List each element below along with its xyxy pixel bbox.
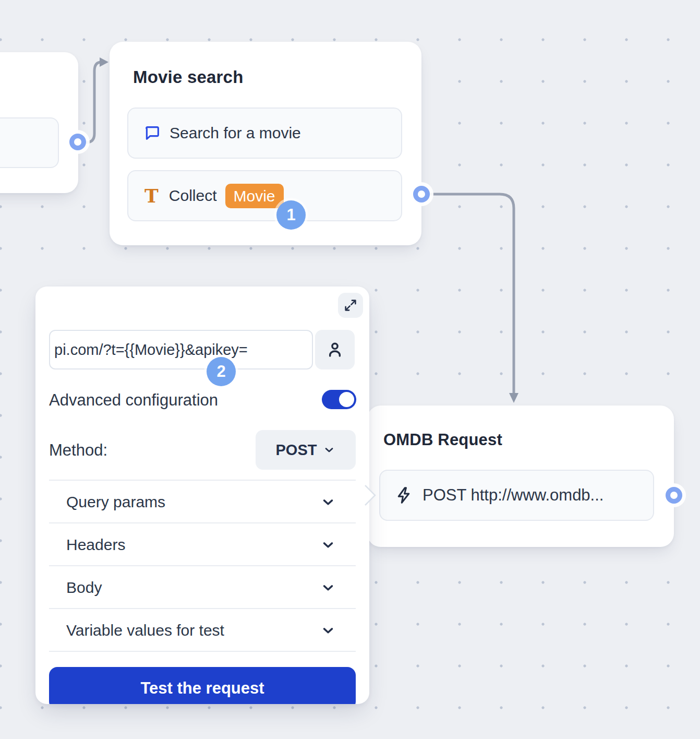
output-port[interactable] — [69, 134, 86, 150]
expand-diagonal-icon — [343, 298, 358, 313]
partial-node[interactable] — [0, 52, 78, 193]
toggle-knob — [339, 392, 354, 407]
url-input-value: pi.com/?t={{Movie}}&apikey= — [54, 341, 248, 358]
input-port-notch[interactable] — [364, 484, 378, 507]
advanced-configuration-toggle[interactable] — [322, 390, 356, 409]
url-input[interactable]: pi.com/?t={{Movie}}&apikey= — [49, 330, 313, 370]
output-port[interactable] — [666, 487, 682, 504]
output-port[interactable] — [413, 186, 430, 202]
omdb-request-node[interactable]: OMDB Request POST http://www.omdb... — [367, 406, 674, 547]
step-badge-1: 1 — [276, 200, 306, 230]
collect-block[interactable]: T Collect Movie — [127, 170, 402, 221]
chevron-down-icon — [320, 494, 336, 510]
message-block-label: Search for a movie — [170, 124, 301, 142]
section-headers[interactable]: Headers — [49, 523, 356, 566]
section-query-params[interactable]: Query params — [49, 481, 356, 523]
message-block[interactable]: Search for a movie — [127, 108, 402, 159]
chevron-down-icon — [320, 623, 336, 638]
section-body[interactable]: Body — [49, 566, 356, 609]
node-title: OMDB Request — [383, 431, 502, 449]
section-label: Query params — [66, 493, 165, 511]
lightning-icon — [394, 486, 413, 505]
collect-block-label: Collect — [169, 187, 217, 205]
chat-bubble-icon — [143, 124, 161, 142]
step-badge-2: 2 — [207, 357, 236, 386]
chevron-down-icon — [320, 537, 336, 553]
method-label: Method: — [49, 441, 107, 460]
movie-search-node[interactable]: Movie search Search for a movie T Collec… — [110, 42, 421, 245]
section-variable-values[interactable]: Variable values for test — [49, 609, 356, 652]
partial-node-block[interactable] — [0, 117, 59, 168]
test-request-button-label: Test the request — [140, 679, 264, 698]
section-label: Body — [66, 579, 102, 597]
node-title: Movie search — [133, 67, 244, 87]
webhook-config-panel: pi.com/?t={{Movie}}&apikey= Advanced con… — [35, 287, 369, 704]
chevron-down-icon — [320, 580, 336, 595]
method-select[interactable]: POST — [256, 430, 356, 470]
section-label: Headers — [66, 536, 125, 554]
test-request-button[interactable]: Test the request — [49, 667, 356, 704]
webhook-block[interactable]: POST http://www.omdb... — [379, 470, 654, 521]
variable-chip[interactable]: Movie — [225, 184, 284, 208]
text-input-icon: T — [144, 186, 159, 205]
person-icon — [325, 340, 344, 359]
person-button[interactable] — [315, 330, 355, 370]
advanced-configuration-label: Advanced configuration — [49, 391, 218, 410]
section-label: Variable values for test — [66, 622, 224, 639]
flow-canvas[interactable]: Movie search Search for a movie T Collec… — [0, 0, 700, 739]
expand-button[interactable] — [338, 293, 363, 318]
webhook-block-label: POST http://www.omdb... — [423, 486, 604, 505]
divider — [49, 651, 356, 652]
chevron-down-icon — [323, 444, 335, 456]
method-value: POST — [276, 442, 317, 459]
